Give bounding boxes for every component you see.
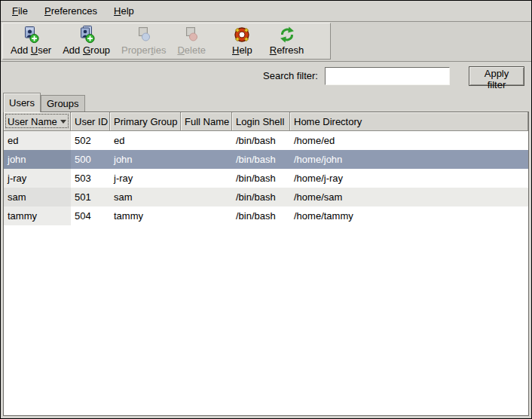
cell-user-name: ed [4,131,71,150]
toolbar-panel: Add User Add Group [2,23,331,60]
cell-login-shell: /bin/bash [232,188,290,206]
table-row[interactable]: tammy 504 tammy /bin/bash /home/tammy [4,206,528,225]
cell-primary-group: sam [110,188,181,206]
add-group-icon [78,26,96,44]
cell-primary-group: john [110,150,181,169]
tab-users[interactable]: Users [3,93,41,112]
table-row[interactable]: ed 502 ed /bin/bash /home/ed [4,131,528,150]
cell-home-directory: /home/sam [290,188,528,206]
column-header-user-id[interactable]: User ID [71,112,110,131]
cell-full-name [181,169,232,188]
cell-home-directory: /home/tammy [290,206,528,225]
delete-label: Delete [177,44,206,56]
menubar: File Preferences Help [1,1,531,22]
column-header-login-shell[interactable]: Login Shell [232,112,290,131]
search-filter-label: Search filter: [263,70,318,81]
cell-login-shell: /bin/bash [232,150,290,169]
tab-groups[interactable]: Groups [41,95,85,112]
cell-full-name [181,206,232,225]
tab-bar: Users Groups [3,92,85,112]
cell-login-shell: /bin/bash [232,169,290,188]
help-label: Help [232,44,252,56]
users-table: User Name User ID Primary Group Full Nam… [3,112,529,416]
cell-user-name: sam [4,188,71,206]
column-header-full-name[interactable]: Full Name [181,112,232,131]
sort-arrow-icon [60,120,66,124]
properties-icon [135,26,153,44]
add-user-icon [22,26,40,44]
delete-icon [182,26,200,44]
cell-user-name: tammy [4,206,71,225]
cell-user-id: 501 [71,188,110,206]
user-manager-window: File Preferences Help Add User [0,0,532,419]
refresh-label: Refresh [270,44,304,56]
cell-user-id: 504 [71,206,110,225]
apply-filter-button[interactable]: Apply filter [469,66,524,86]
help-button[interactable]: Help [228,25,257,57]
cell-full-name [181,131,232,150]
table-row[interactable]: j-ray 503 j-ray /bin/bash /home/j-ray [4,169,528,188]
column-header-user-name[interactable]: User Name [4,112,71,131]
cell-user-id: 502 [71,131,110,150]
add-user-button[interactable]: Add User [6,25,56,57]
table-row[interactable]: sam 501 sam /bin/bash /home/sam [4,188,528,206]
menu-file[interactable]: File [10,4,30,18]
search-filter-row: Search filter: Apply filter [1,62,531,90]
table-empty-area [4,225,528,415]
refresh-icon [278,26,296,44]
cell-full-name [181,150,232,169]
cell-home-directory: /home/j-ray [290,169,528,188]
cell-primary-group: tammy [110,206,181,225]
cell-full-name [181,188,232,206]
properties-button: Properties [117,25,170,57]
properties-label: Properties [121,44,166,56]
table-header: User Name User ID Primary Group Full Nam… [4,112,528,131]
menu-help[interactable]: Help [112,4,136,18]
add-group-button[interactable]: Add Group [58,25,115,57]
cell-user-name: j-ray [4,169,71,188]
add-user-label: Add User [11,44,51,56]
add-group-label: Add Group [63,44,110,56]
column-header-home-directory[interactable]: Home Directory [290,112,528,131]
cell-user-name: john [4,150,71,169]
toolbar: Add User Add Group [1,22,531,62]
help-icon [233,26,251,44]
cell-home-directory: /home/ed [290,131,528,150]
table-row-selected[interactable]: john 500 john /bin/bash /home/john [4,150,528,169]
cell-primary-group: j-ray [110,169,181,188]
cell-home-directory: /home/john [290,150,528,169]
cell-user-id: 503 [71,169,110,188]
column-header-primary-group[interactable]: Primary Group [110,112,181,131]
cell-primary-group: ed [110,131,181,150]
delete-button: Delete [173,25,210,57]
cell-login-shell: /bin/bash [232,206,290,225]
refresh-button[interactable]: Refresh [265,25,309,57]
cell-user-id: 500 [71,150,110,169]
search-filter-input[interactable] [325,67,450,85]
menu-preferences[interactable]: Preferences [42,4,99,18]
cell-login-shell: /bin/bash [232,131,290,150]
